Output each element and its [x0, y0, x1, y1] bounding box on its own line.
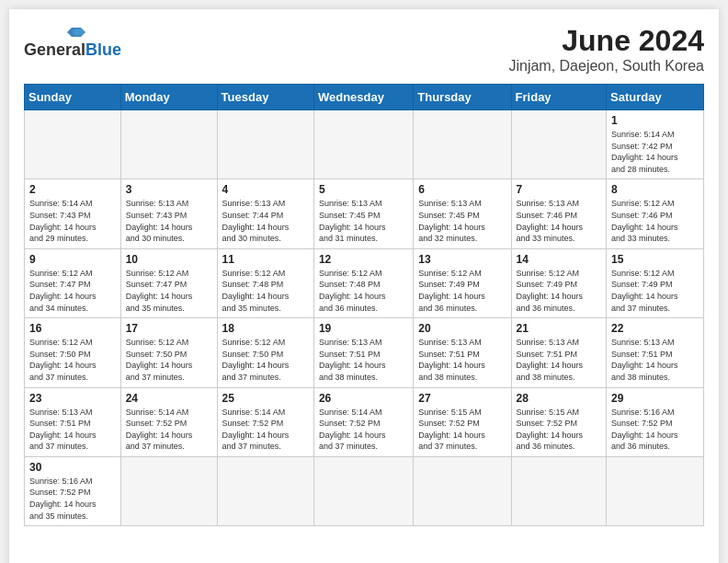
day-info: Sunrise: 5:13 AM Sunset: 7:51 PM Dayligh…	[611, 337, 699, 383]
day-cell: 26Sunrise: 5:14 AM Sunset: 7:52 PM Dayli…	[313, 387, 413, 456]
day-info: Sunrise: 5:12 AM Sunset: 7:48 PM Dayligh…	[319, 268, 408, 314]
week-row-5: 30Sunrise: 5:16 AM Sunset: 7:52 PM Dayli…	[25, 456, 704, 525]
calendar-grid: SundayMondayTuesdayWednesdayThursdayFrid…	[24, 84, 704, 526]
day-info: Sunrise: 5:12 AM Sunset: 7:50 PM Dayligh…	[222, 337, 309, 383]
week-row-0: 1Sunrise: 5:14 AM Sunset: 7:42 PM Daylig…	[25, 110, 704, 179]
day-cell	[120, 456, 217, 525]
day-info: Sunrise: 5:13 AM Sunset: 7:43 PM Dayligh…	[126, 198, 212, 244]
day-cell	[607, 456, 704, 525]
day-number: 1	[611, 114, 699, 127]
day-number: 6	[418, 183, 506, 196]
day-info: Sunrise: 5:15 AM Sunset: 7:52 PM Dayligh…	[517, 407, 601, 453]
day-info: Sunrise: 5:12 AM Sunset: 7:49 PM Dayligh…	[418, 268, 506, 314]
week-row-2: 9Sunrise: 5:12 AM Sunset: 7:47 PM Daylig…	[25, 248, 704, 317]
day-number: 3	[126, 183, 212, 196]
day-number: 23	[29, 392, 116, 405]
day-number: 4	[222, 183, 309, 196]
day-cell: 21Sunrise: 5:13 AM Sunset: 7:51 PM Dayli…	[511, 318, 606, 387]
day-number: 25	[222, 392, 309, 405]
day-cell	[313, 456, 413, 525]
day-cell: 1Sunrise: 5:14 AM Sunset: 7:42 PM Daylig…	[607, 110, 704, 179]
day-cell: 5Sunrise: 5:13 AM Sunset: 7:45 PM Daylig…	[313, 179, 413, 248]
day-cell: 7Sunrise: 5:13 AM Sunset: 7:46 PM Daylig…	[511, 179, 606, 248]
weekday-header-row: SundayMondayTuesdayWednesdayThursdayFrid…	[25, 85, 704, 110]
day-cell: 4Sunrise: 5:13 AM Sunset: 7:44 PM Daylig…	[217, 179, 313, 248]
weekday-header-tuesday: Tuesday	[217, 85, 313, 110]
calendar-header: SundayMondayTuesdayWednesdayThursdayFrid…	[25, 85, 704, 110]
day-info: Sunrise: 5:14 AM Sunset: 7:52 PM Dayligh…	[222, 407, 309, 453]
day-number: 14	[517, 253, 601, 266]
day-info: Sunrise: 5:12 AM Sunset: 7:48 PM Dayligh…	[222, 268, 309, 314]
day-info: Sunrise: 5:16 AM Sunset: 7:52 PM Dayligh…	[29, 476, 116, 522]
header-section: General Blue June 2024 Jinjam, Daejeon, …	[24, 24, 704, 75]
day-cell: 13Sunrise: 5:12 AM Sunset: 7:49 PM Dayli…	[414, 248, 511, 317]
day-info: Sunrise: 5:12 AM Sunset: 7:47 PM Dayligh…	[126, 268, 212, 314]
day-number: 21	[517, 322, 601, 335]
weekday-header-friday: Friday	[511, 85, 606, 110]
week-row-4: 23Sunrise: 5:13 AM Sunset: 7:51 PM Dayli…	[25, 387, 704, 456]
day-info: Sunrise: 5:13 AM Sunset: 7:44 PM Dayligh…	[222, 198, 309, 244]
day-cell: 3Sunrise: 5:13 AM Sunset: 7:43 PM Daylig…	[120, 179, 217, 248]
day-info: Sunrise: 5:13 AM Sunset: 7:51 PM Dayligh…	[319, 337, 408, 383]
day-number: 19	[319, 322, 408, 335]
day-cell: 18Sunrise: 5:12 AM Sunset: 7:50 PM Dayli…	[217, 318, 313, 387]
day-number: 28	[517, 392, 601, 405]
day-number: 24	[126, 392, 212, 405]
day-cell: 10Sunrise: 5:12 AM Sunset: 7:47 PM Dayli…	[120, 248, 217, 317]
day-info: Sunrise: 5:13 AM Sunset: 7:45 PM Dayligh…	[319, 198, 408, 244]
day-info: Sunrise: 5:14 AM Sunset: 7:52 PM Dayligh…	[126, 407, 212, 453]
day-info: Sunrise: 5:13 AM Sunset: 7:45 PM Dayligh…	[418, 198, 506, 244]
day-cell: 22Sunrise: 5:13 AM Sunset: 7:51 PM Dayli…	[607, 318, 704, 387]
day-cell	[511, 110, 606, 179]
day-info: Sunrise: 5:14 AM Sunset: 7:42 PM Dayligh…	[611, 129, 699, 175]
day-cell: 6Sunrise: 5:13 AM Sunset: 7:45 PM Daylig…	[414, 179, 511, 248]
weekday-header-monday: Monday	[120, 85, 217, 110]
day-number: 30	[29, 461, 116, 474]
day-number: 18	[222, 322, 309, 335]
day-number: 10	[126, 253, 212, 266]
day-info: Sunrise: 5:13 AM Sunset: 7:51 PM Dayligh…	[517, 337, 601, 383]
logo-icon	[63, 24, 90, 40]
day-number: 26	[319, 392, 408, 405]
title-area: June 2024 Jinjam, Daejeon, South Korea	[508, 24, 704, 75]
day-cell: 24Sunrise: 5:14 AM Sunset: 7:52 PM Dayli…	[120, 387, 217, 456]
day-number: 16	[29, 322, 116, 335]
day-cell	[217, 110, 313, 179]
logo-general: General	[24, 40, 85, 60]
day-cell: 16Sunrise: 5:12 AM Sunset: 7:50 PM Dayli…	[25, 318, 121, 387]
day-cell: 30Sunrise: 5:16 AM Sunset: 7:52 PM Dayli…	[25, 456, 121, 525]
location: Jinjam, Daejeon, South Korea	[508, 58, 704, 75]
day-cell: 28Sunrise: 5:15 AM Sunset: 7:52 PM Dayli…	[511, 387, 606, 456]
day-cell: 23Sunrise: 5:13 AM Sunset: 7:51 PM Dayli…	[25, 387, 121, 456]
day-cell	[217, 456, 313, 525]
month-year: June 2024	[508, 24, 704, 58]
day-cell	[25, 110, 121, 179]
day-cell: 8Sunrise: 5:12 AM Sunset: 7:46 PM Daylig…	[607, 179, 704, 248]
day-number: 11	[222, 253, 309, 266]
day-cell	[120, 110, 217, 179]
day-cell	[313, 110, 413, 179]
day-cell: 20Sunrise: 5:13 AM Sunset: 7:51 PM Dayli…	[414, 318, 511, 387]
day-number: 29	[611, 392, 699, 405]
day-info: Sunrise: 5:13 AM Sunset: 7:46 PM Dayligh…	[517, 198, 601, 244]
calendar-container: General Blue June 2024 Jinjam, Daejeon, …	[9, 9, 719, 563]
day-info: Sunrise: 5:12 AM Sunset: 7:46 PM Dayligh…	[611, 198, 699, 244]
day-cell: 25Sunrise: 5:14 AM Sunset: 7:52 PM Dayli…	[217, 387, 313, 456]
week-row-1: 2Sunrise: 5:14 AM Sunset: 7:43 PM Daylig…	[25, 179, 704, 248]
day-number: 17	[126, 322, 212, 335]
day-info: Sunrise: 5:12 AM Sunset: 7:49 PM Dayligh…	[611, 268, 699, 314]
day-info: Sunrise: 5:13 AM Sunset: 7:51 PM Dayligh…	[29, 407, 116, 453]
day-cell: 19Sunrise: 5:13 AM Sunset: 7:51 PM Dayli…	[313, 318, 413, 387]
calendar-body: 1Sunrise: 5:14 AM Sunset: 7:42 PM Daylig…	[25, 110, 704, 526]
day-number: 7	[517, 183, 601, 196]
day-cell	[511, 456, 606, 525]
day-info: Sunrise: 5:14 AM Sunset: 7:43 PM Dayligh…	[29, 198, 116, 244]
logo-blue: Blue	[85, 40, 121, 60]
day-info: Sunrise: 5:12 AM Sunset: 7:47 PM Dayligh…	[29, 268, 116, 314]
day-cell	[414, 456, 511, 525]
day-number: 13	[418, 253, 506, 266]
day-cell: 9Sunrise: 5:12 AM Sunset: 7:47 PM Daylig…	[25, 248, 121, 317]
day-cell: 27Sunrise: 5:15 AM Sunset: 7:52 PM Dayli…	[414, 387, 511, 456]
day-info: Sunrise: 5:15 AM Sunset: 7:52 PM Dayligh…	[418, 407, 506, 453]
day-number: 12	[319, 253, 408, 266]
